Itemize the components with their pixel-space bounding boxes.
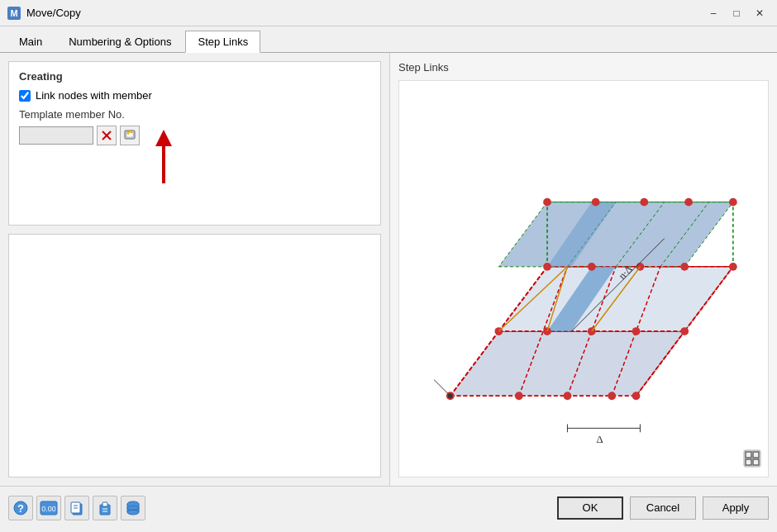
clear-button[interactable] [97, 126, 117, 145]
arrow-svg [139, 126, 205, 188]
title-bar: M Move/Copy – □ ✕ [0, 0, 777, 26]
bottom-toolbar: ? 0.00 [0, 486, 777, 529]
diagram-area: Δ n·Δ [398, 80, 769, 477]
pick-button[interactable] [120, 126, 140, 145]
link-nodes-checkbox[interactable] [19, 90, 31, 102]
maximize-button[interactable]: □ [726, 3, 747, 23]
tab-bar: Main Numbering & Options Step Links [0, 26, 777, 53]
svg-point-46 [543, 263, 551, 271]
svg-point-50 [729, 263, 737, 271]
tab-numbering[interactable]: Numbering & Options [56, 31, 184, 53]
svg-point-54 [684, 198, 693, 207]
window-controls: – □ ✕ [703, 3, 770, 23]
svg-point-38 [564, 392, 572, 400]
svg-text:Δ: Δ [596, 434, 603, 445]
apply-button[interactable]: Apply [703, 496, 769, 520]
arrow-annotation [19, 150, 370, 216]
svg-rect-81 [102, 502, 107, 506]
svg-point-42 [543, 327, 551, 335]
svg-point-66 [448, 393, 453, 398]
app-icon: M [7, 6, 21, 21]
svg-point-39 [608, 392, 616, 400]
fit-view-button[interactable] [743, 449, 761, 470]
creating-section: Creating Link nodes with member Template… [8, 61, 381, 226]
value-button[interactable]: 0.00 [36, 496, 61, 520]
svg-point-45 [680, 327, 689, 335]
tab-step-links[interactable]: Step Links [185, 31, 260, 53]
svg-point-37 [515, 392, 523, 400]
ok-button[interactable]: OK [557, 496, 623, 520]
svg-text:?: ? [17, 502, 24, 515]
template-member-label: Template member No. [19, 108, 370, 121]
minimize-button[interactable]: – [703, 3, 724, 23]
step-links-diagram: Δ n·Δ [399, 81, 768, 477]
svg-text:0.00: 0.00 [41, 505, 56, 513]
svg-point-49 [680, 263, 689, 271]
window-title: Move/Copy [26, 7, 703, 19]
close-button[interactable]: ✕ [749, 3, 770, 23]
tab-main[interactable]: Main [7, 31, 55, 53]
dialog-buttons: OK Cancel Apply [557, 496, 769, 520]
cancel-button[interactable]: Cancel [630, 496, 696, 520]
svg-point-51 [543, 198, 551, 207]
help-button[interactable]: ? [8, 496, 33, 520]
svg-point-40 [632, 392, 641, 400]
svg-point-47 [588, 263, 596, 271]
svg-point-44 [632, 327, 641, 335]
svg-rect-67 [744, 450, 760, 467]
main-content: Creating Link nodes with member Template… [0, 53, 777, 486]
database-button[interactable] [121, 496, 145, 520]
svg-marker-8 [155, 130, 172, 146]
left-panel: Creating Link nodes with member Template… [0, 53, 390, 486]
link-nodes-label: Link nodes with member [36, 89, 152, 102]
right-panel: Step Links [390, 53, 777, 486]
section-title: Creating [19, 70, 370, 83]
svg-text:M: M [10, 8, 17, 18]
template-member-input[interactable] [19, 126, 93, 145]
paste-button[interactable] [93, 496, 117, 520]
toolbar-icon-group: ? 0.00 [8, 496, 557, 520]
right-panel-title: Step Links [398, 61, 769, 74]
svg-point-53 [640, 198, 648, 207]
copy-button[interactable] [64, 496, 89, 520]
svg-point-52 [592, 198, 600, 207]
link-nodes-row: Link nodes with member [19, 89, 370, 102]
lower-section [8, 234, 381, 477]
svg-point-86 [127, 510, 139, 515]
svg-point-55 [729, 198, 737, 207]
